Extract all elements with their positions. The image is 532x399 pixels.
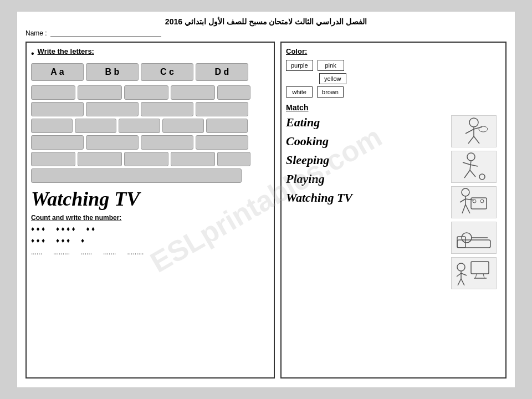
match-image-sleeping <box>451 222 497 254</box>
match-items: Eating Cooking Sleeping Playing Watching… <box>286 115 501 289</box>
match-image-cooking <box>451 186 497 218</box>
match-words-list: Eating Cooking Sleeping Playing Watching… <box>286 115 451 289</box>
match-section: Match Eating Cooking Sleeping Playing Wa… <box>286 103 501 289</box>
count-write-title: Count and write the number: <box>31 214 269 222</box>
color-box-white: white <box>286 86 313 98</box>
dot-group-5: ♦ ♦ ♦ <box>56 236 70 246</box>
dash-1: ...... <box>31 247 42 258</box>
color-box-purple: purple <box>286 60 313 71</box>
letter-brick-row: A a B b C c D d <box>31 63 269 81</box>
svg-line-11 <box>464 170 470 178</box>
match-word-watching: Watching TV <box>286 191 451 205</box>
svg-line-10 <box>470 165 478 166</box>
color-title: Color: <box>286 47 501 55</box>
dots-section: ♦ ♦ ♦ ♦ ♦ ♦ ♦ ♦ ♦ ♦ ♦ ♦ ♦ ♦ ♦ ♦ ...... .… <box>31 224 269 258</box>
name-label: Name : <box>25 29 47 37</box>
dot-group-2: ♦ ♦ ♦ ♦ <box>56 224 75 234</box>
dot-group-1: ♦ ♦ ♦ <box>31 224 45 234</box>
dash-5: ......... <box>127 247 144 258</box>
svg-line-3 <box>474 127 482 129</box>
svg-point-7 <box>467 153 475 161</box>
svg-point-6 <box>479 126 488 132</box>
match-image-playing <box>451 151 497 183</box>
color-box-yellow: yellow <box>319 73 346 84</box>
dash-2: ......... <box>53 247 70 258</box>
svg-point-31 <box>457 263 465 271</box>
svg-point-13 <box>479 174 485 180</box>
brick-C: C c <box>141 63 193 81</box>
color-box-brown: brown <box>317 86 344 98</box>
svg-line-8 <box>470 161 471 170</box>
svg-line-36 <box>461 279 464 285</box>
write-letters-title: Write the letters: <box>38 47 94 55</box>
match-image-watching <box>451 257 497 289</box>
two-column-layout: • Write the letters: A a B b C c D d <box>25 42 507 378</box>
svg-point-22 <box>480 200 484 203</box>
brick-B: B b <box>86 63 139 81</box>
color-section: Color: purple pink yellow white brown <box>286 47 501 98</box>
svg-line-16 <box>466 199 474 200</box>
color-box-pink: pink <box>318 60 344 71</box>
svg-line-5 <box>474 136 479 144</box>
brick-wall <box>31 85 269 183</box>
svg-point-0 <box>469 118 478 127</box>
dot-group-4: ♦ ♦ ♦ <box>31 236 45 246</box>
match-title: Match <box>286 103 501 112</box>
name-row: Name : <box>25 29 507 37</box>
dot-group-6: ♦ <box>81 236 84 246</box>
right-column: Color: purple pink yellow white brown <box>280 42 507 378</box>
svg-point-25 <box>462 233 472 243</box>
watching-tv-left: Watching TV <box>31 187 269 211</box>
page-title: الفصل الدراسي الثالث لامتحان مسبح للصف ا… <box>25 17 507 26</box>
match-word-eating: Eating <box>286 115 451 130</box>
match-word-cooking: Cooking <box>286 134 451 149</box>
svg-rect-23 <box>457 240 490 248</box>
svg-line-17 <box>460 199 466 202</box>
svg-rect-27 <box>471 262 489 274</box>
svg-line-19 <box>466 204 470 213</box>
dashes-row: ...... ......... ...... ....... ........… <box>31 247 269 258</box>
match-images-list <box>451 115 501 289</box>
match-word-playing: Playing <box>286 172 451 186</box>
svg-line-18 <box>462 204 466 213</box>
svg-line-9 <box>463 162 470 165</box>
match-word-sleeping: Sleeping <box>286 153 451 167</box>
svg-line-29 <box>483 274 484 278</box>
svg-point-14 <box>462 188 469 196</box>
svg-line-2 <box>466 129 474 134</box>
brick-A: A a <box>31 63 84 81</box>
svg-point-21 <box>473 200 476 203</box>
svg-line-4 <box>468 136 474 144</box>
svg-line-35 <box>458 279 461 285</box>
dot-group-3: ♦ ♦ <box>86 224 95 234</box>
svg-line-28 <box>475 274 477 278</box>
dots-row-1: ♦ ♦ ♦ ♦ ♦ ♦ ♦ ♦ ♦ <box>31 224 269 234</box>
worksheet-page: ESLprintables.com الفصل الدراسي الثالث ل… <box>17 11 515 388</box>
svg-line-34 <box>461 273 467 275</box>
svg-line-12 <box>470 170 475 177</box>
brick-D: D d <box>196 63 248 81</box>
dash-4: ....... <box>103 247 116 258</box>
name-line <box>50 29 161 37</box>
svg-line-33 <box>457 273 461 277</box>
match-image-eating <box>451 115 497 147</box>
dash-3: ...... <box>81 247 92 258</box>
left-column: • Write the letters: A a B b C c D d <box>25 42 275 378</box>
dots-row-2: ♦ ♦ ♦ ♦ ♦ ♦ ♦ <box>31 236 269 246</box>
